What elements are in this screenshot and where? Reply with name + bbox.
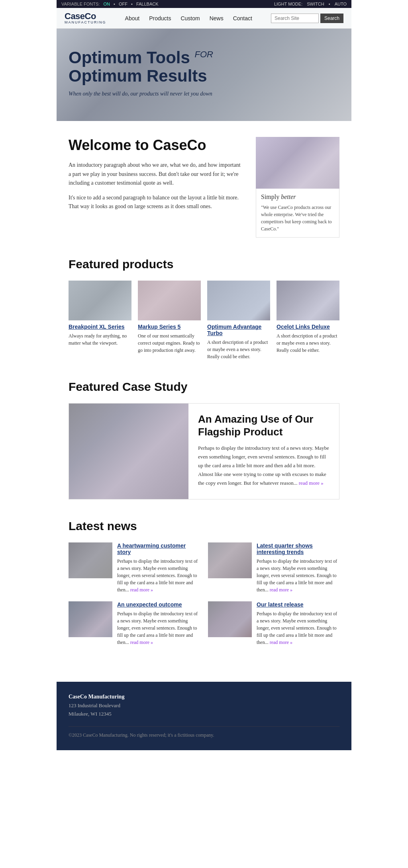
nav-news[interactable]: News: [210, 15, 224, 21]
logo[interactable]: CaseCo MANUFACTURING: [65, 12, 106, 24]
main-content: Welcome to CaseCo An intoductory paragra…: [57, 121, 351, 682]
product-name-1[interactable]: Breakpoint XL Series: [69, 324, 131, 330]
testimonial-card: Simply better "We use CaseCo products ac…: [256, 137, 339, 238]
news-text-1: A heartwarming customer story Perhaps to…: [117, 542, 200, 593]
welcome-section: Welcome to CaseCo An intoductory paragra…: [69, 137, 339, 238]
news-title-1[interactable]: A heartwarming customer story: [117, 542, 200, 555]
featured-products-section: Featured products Breakpoint XL Series A…: [69, 257, 339, 360]
nav-about[interactable]: About: [125, 15, 140, 21]
main-nav: About Products Custom News Contact: [114, 15, 263, 21]
light-mode-control: LIGHT MODE: SWITCH • AUTO: [271, 2, 347, 6]
welcome-para2: It's nice to add a second paragraph to b…: [69, 193, 244, 211]
nav-contact[interactable]: Contact: [233, 15, 252, 21]
news-text-3: An unexpected outcome Perhaps to display…: [117, 601, 200, 646]
case-study-image: [69, 404, 188, 499]
product-image-1: [69, 281, 131, 320]
testimonial-image: [256, 137, 339, 189]
site-footer: CaseCo Manufacturing 123 Industrial Boul…: [57, 682, 351, 750]
variable-fonts-control: VARIABLE FONTS: ON • OFF • FALLBACK: [61, 2, 161, 6]
latest-news-heading: Latest news: [69, 519, 339, 533]
logo-name: CaseCo: [65, 12, 106, 21]
news-body-2: Perhaps to display the introductory text…: [257, 558, 339, 593]
product-desc-4: A short description of a product or mayb…: [277, 332, 339, 354]
news-body-3: Perhaps to display the introductory text…: [117, 610, 200, 646]
news-item-2: Latest quarter shows interesting trends …: [208, 542, 339, 593]
news-item-1: A heartwarming customer story Perhaps to…: [69, 542, 200, 593]
case-study-heading: Featured Case Study: [69, 380, 339, 394]
product-name-4[interactable]: Ocelot Links Deluxe: [277, 324, 339, 330]
news-image-3: [69, 601, 112, 637]
product-name-2[interactable]: Markup Series 5: [138, 324, 201, 330]
hero-subtitle: When only the best will do, our products…: [69, 91, 339, 97]
product-desc-3: A short description of a product or mayb…: [207, 339, 270, 360]
light-mode-switch[interactable]: SWITCH: [307, 2, 324, 6]
hero-title-for: FOR: [195, 49, 213, 59]
variable-fonts-on[interactable]: ON: [103, 2, 110, 6]
dot1: •: [114, 2, 115, 6]
hero-title: Optimum Tools FOR Optimum Results: [69, 49, 339, 85]
hero-title-line1: Optimum Tools: [69, 48, 190, 67]
welcome-heading: Welcome to CaseCo: [69, 137, 244, 154]
featured-products-heading: Featured products: [69, 257, 339, 271]
footer-address-line2: Milaukee, WI 12345: [69, 711, 112, 717]
hero-section: Optimum Tools FOR Optimum Results When o…: [57, 29, 351, 121]
product-image-4: [277, 281, 339, 320]
welcome-text: Welcome to CaseCo An intoductory paragra…: [69, 137, 244, 238]
case-study-read-more[interactable]: read more »: [299, 480, 324, 486]
product-card-2: Markup Series 5 One of our most semantic…: [138, 281, 201, 360]
footer-copyright: ©2023 CaseCo Manufacturing. No rights re…: [69, 726, 339, 738]
case-study-card: An Amazing Use of Our Flagship Product P…: [69, 403, 339, 499]
news-item-3: An unexpected outcome Perhaps to display…: [69, 601, 200, 646]
testimonial-box: Simply better "We use CaseCo products ac…: [256, 189, 339, 238]
news-read-more-4[interactable]: read more »: [270, 640, 292, 645]
hero-title-line2: Optimum Results: [69, 66, 207, 85]
product-card-3: Optimum Advantage Turbo A short descript…: [207, 281, 270, 360]
product-name-3[interactable]: Optimum Advantage Turbo: [207, 324, 270, 336]
footer-company-name: CaseCo Manufacturing: [69, 694, 339, 700]
product-card-4: Ocelot Links Deluxe A short description …: [277, 281, 339, 360]
light-mode-auto[interactable]: AUTO: [335, 2, 347, 6]
footer-company: CaseCo Manufacturing 123 Industrial Boul…: [69, 694, 339, 718]
nav-custom[interactable]: Custom: [180, 15, 200, 21]
news-title-2[interactable]: Latest quarter shows interesting trends: [257, 542, 339, 555]
case-study-text: An Amazing Use of Our Flagship Product P…: [188, 404, 339, 499]
variable-fonts-fallback[interactable]: FALLBACK: [136, 2, 159, 6]
news-text-4: Our latest release Perhaps to display th…: [257, 601, 339, 646]
news-text-2: Latest quarter shows interesting trends …: [257, 542, 339, 593]
dot2: •: [131, 2, 133, 6]
product-image-3: [207, 281, 270, 320]
testimonial-quote: "We use CaseCo products across our whole…: [261, 204, 334, 232]
latest-news-section: Latest news A heartwarming customer stor…: [69, 519, 339, 646]
case-study-section: Featured Case Study An Amazing Use of Ou…: [69, 380, 339, 499]
site-header: CaseCo MANUFACTURING About Products Cust…: [57, 8, 351, 29]
top-bar: VARIABLE FONTS: ON • OFF • FALLBACK LIGH…: [57, 0, 351, 8]
search-area: Search: [271, 14, 343, 23]
dot3: •: [329, 2, 330, 6]
simply-word: Simply: [261, 193, 279, 200]
news-read-more-2[interactable]: read more »: [270, 587, 292, 593]
news-title-4[interactable]: Our latest release: [257, 601, 339, 608]
logo-tagline: MANUFACTURING: [65, 21, 106, 24]
footer-address-line1: 123 Industrial Boulevard: [69, 702, 120, 708]
news-image-2: [208, 542, 252, 578]
news-image-4: [208, 601, 252, 637]
light-mode-label: LIGHT MODE:: [274, 2, 302, 6]
news-body-4: Perhaps to display the introductory text…: [257, 610, 339, 646]
footer-address: 123 Industrial Boulevard Milaukee, WI 12…: [69, 702, 339, 718]
testimonial-heading: Simply better: [261, 193, 334, 201]
news-item-4: Our latest release Perhaps to display th…: [208, 601, 339, 646]
product-card-1: Breakpoint XL Series Always ready for an…: [69, 281, 131, 360]
news-grid: A heartwarming customer story Perhaps to…: [69, 542, 339, 646]
welcome-para1: An intoductory paragraph about who we ar…: [69, 161, 244, 187]
variable-fonts-label: VARIABLE FONTS:: [61, 2, 100, 6]
search-button[interactable]: Search: [320, 14, 343, 23]
product-desc-2: One of our most semantically correct out…: [138, 332, 201, 354]
news-read-more-3[interactable]: read more »: [130, 640, 153, 645]
variable-fonts-off[interactable]: OFF: [119, 2, 128, 6]
news-read-more-1[interactable]: read more »: [130, 587, 153, 593]
product-image-2: [138, 281, 201, 320]
better-word: better: [281, 193, 296, 200]
search-input[interactable]: [271, 14, 319, 23]
news-title-3[interactable]: An unexpected outcome: [117, 601, 200, 608]
nav-products[interactable]: Products: [149, 15, 171, 21]
